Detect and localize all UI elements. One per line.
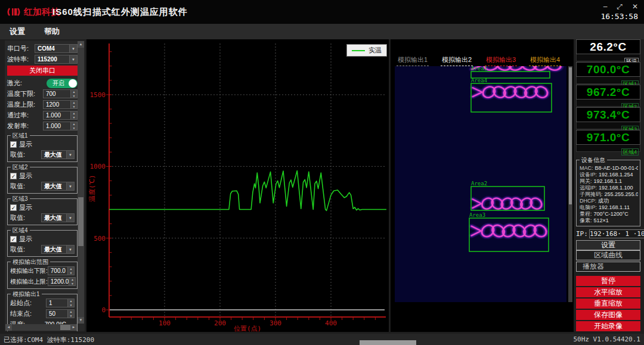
tab-analog-output-4[interactable]: 模拟输出4 [523, 55, 567, 66]
area2-group-title: 区域2 [11, 163, 30, 172]
area2-value-select[interactable]: 最大值 ▼ [41, 182, 75, 191]
brand-icon [7, 5, 20, 18]
spinner-arrows[interactable]: ▲▼ [69, 278, 75, 285]
scrollbar-thumb[interactable] [569, 67, 572, 204]
analog-upper-input[interactable]: 1200.0 ▲▼ [48, 277, 76, 286]
pass-rate-input[interactable]: 1.000 ▲▼ [43, 111, 78, 120]
spinner-arrows[interactable]: ▲▼ [67, 310, 74, 318]
temperature-chart-svg: 050010001500100200300400温度(℃)位置(点) [86, 39, 389, 332]
thermal-scrollbar[interactable] [568, 66, 572, 302]
serial-port-label: 串口号: [7, 44, 29, 53]
end-point-value: 50 [47, 310, 67, 317]
area1-temp-value: 700.0°C [576, 62, 640, 77]
start-point-input[interactable]: 1 ▲▼ [46, 299, 75, 307]
temp-upper-row: 温度上限: 1200 ▲▼ [7, 100, 78, 109]
save-image-button[interactable]: 保存图像 [576, 310, 640, 320]
spinner-arrows[interactable]: ▲▼ [70, 101, 77, 108]
analog-range-title: 模拟输出范围 [11, 258, 50, 266]
scrollbar-thumb[interactable] [78, 197, 83, 246]
chevron-down-icon[interactable]: ▼ [69, 55, 77, 63]
chevron-down-icon[interactable]: ▼ [66, 245, 74, 253]
temp-lower-input[interactable]: 700 ▲▼ [43, 89, 78, 98]
x-tick-label: 400 [325, 319, 337, 327]
reading-ambient: 26.2°C 环温 [576, 39, 640, 62]
area3-temp-value: 973.4°C [576, 107, 640, 122]
reading-area1: 700.0°C 区域1 [576, 62, 640, 85]
minimize-icon[interactable]: – [603, 2, 608, 11]
serial-port-select[interactable]: COM4 ▼ [35, 44, 78, 53]
area3-group: 区域3 ✓显示 取值: 最大值 ▼ [7, 198, 78, 225]
close-port-button[interactable]: 关闭串口 [7, 66, 78, 76]
area1-value-select[interactable]: 最大值 ▼ [41, 150, 75, 159]
horizontal-zoom-button[interactable]: 水平缩放 [576, 287, 640, 297]
vertical-zoom-button[interactable]: 垂直缩放 [576, 299, 640, 309]
area1-show-checkbox[interactable]: ✓ [10, 141, 17, 148]
chevron-down-icon[interactable]: ▼ [66, 151, 74, 158]
maximize-icon[interactable]: ⤢ [617, 2, 623, 11]
tab-label: 模拟输出4 [530, 56, 560, 63]
device-info-row: 子网掩码:255.255.255.0 [580, 191, 638, 198]
area2-show-checkbox[interactable]: ✓ [10, 173, 17, 179]
chart-legend: 实温 [346, 44, 387, 57]
spinner-arrows[interactable]: ▲▼ [70, 90, 77, 98]
area3-value-select[interactable]: 最大值 ▼ [41, 213, 75, 222]
temp-upper-label: 温度上限: [7, 100, 35, 109]
clock-display: 16:53:58 [600, 12, 638, 21]
menu-settings[interactable]: 设置 [0, 26, 35, 37]
scroll-up-icon[interactable]: ▲ [78, 41, 84, 48]
baud-rate-select[interactable]: 115200 ▼ [35, 55, 78, 64]
menu-help[interactable]: 帮助 [35, 26, 69, 37]
spinner-arrows[interactable]: ▲▼ [67, 267, 74, 275]
emissivity-input[interactable]: 1.000 ▲▼ [43, 122, 78, 130]
scroll-left-icon[interactable]: ◄ [5, 324, 12, 331]
ip-address-input[interactable]: 192·168· 1 ·100 [589, 229, 644, 238]
pause-button[interactable]: 暂停 [576, 276, 640, 286]
scroll-down-icon[interactable]: ▼ [78, 317, 84, 324]
area3-show-checkbox[interactable]: ✓ [10, 204, 17, 211]
toggle-knob [69, 79, 77, 88]
area-curve-button[interactable]: 区域曲线 [576, 250, 640, 260]
chevron-down-icon[interactable]: ▼ [66, 182, 74, 190]
sidebar-horizontal-scrollbar[interactable]: ◄ ► [5, 324, 77, 331]
laser-label: 激光: [7, 79, 22, 88]
spinner-arrows[interactable]: ▲▼ [70, 122, 77, 130]
area4-value-select[interactable]: 最大值 ▼ [41, 245, 75, 254]
scroll-right-icon[interactable]: ► [70, 324, 77, 331]
y-axis-title: 温度(℃) [88, 175, 96, 201]
area1-group-title: 区域1 [11, 132, 30, 140]
player-button[interactable]: 播放器 [576, 262, 640, 272]
laser-row: 激光: 开启 [7, 79, 78, 88]
serial-port-value: COM4 [35, 45, 69, 52]
end-point-input[interactable]: 50 ▲▼ [46, 309, 75, 318]
spinner-arrows[interactable]: ▲▼ [67, 299, 74, 307]
taskbar-peek[interactable] [360, 340, 416, 345]
tab-analog-output-2[interactable]: 模拟输出2 [435, 55, 479, 66]
emissivity-label: 发射率: [7, 122, 29, 130]
analog-lower-input[interactable]: 700.0 ▲▼ [48, 266, 75, 275]
device-info-row: 电脑IP:192.168.1.11 [580, 204, 638, 211]
temp-lower-value: 700 [44, 91, 70, 97]
spinner-arrows[interactable]: ▲▼ [70, 111, 77, 119]
readings-panel: 26.2°C 环温 700.0°C 区域1 967.2°C 区域2 973.4°… [576, 39, 640, 332]
analog-upper-value: 1200.0 [48, 278, 69, 285]
temp-upper-input[interactable]: 1200 ▲▼ [43, 100, 78, 109]
close-icon[interactable]: ✕ [632, 2, 638, 11]
reading-area2: 967.2°C 区域2 [576, 85, 640, 107]
ip-set-button[interactable]: 设置 [576, 240, 640, 250]
chevron-down-icon[interactable]: ▼ [66, 214, 74, 222]
sidebar-vertical-scrollbar[interactable]: ▲ ▼ [78, 41, 84, 324]
tab-analog-output-1[interactable]: 模拟输出1 [391, 55, 435, 66]
baud-rate-label: 波特率: [7, 55, 29, 64]
area4-show-checkbox[interactable]: ✓ [10, 236, 17, 243]
laser-toggle[interactable]: 开启 [47, 79, 78, 88]
temperature-chart-panel: 050010001500100200300400温度(℃)位置(点) 实温 [86, 39, 389, 332]
thermal-chain-area4 [473, 85, 550, 99]
scrollbar-thumb[interactable] [60, 325, 71, 330]
legend-line [352, 50, 365, 51]
chevron-down-icon[interactable]: ▼ [69, 45, 77, 52]
temp-lower-row: 温度下限: 700 ▲▼ [7, 89, 78, 98]
area3-value: 最大值 [42, 214, 66, 222]
tab-analog-output-3[interactable]: 模拟输出3 [479, 55, 523, 66]
start-record-button[interactable]: 开始录像 [576, 321, 640, 331]
device-info-row: 像素:512×1 [580, 217, 638, 224]
